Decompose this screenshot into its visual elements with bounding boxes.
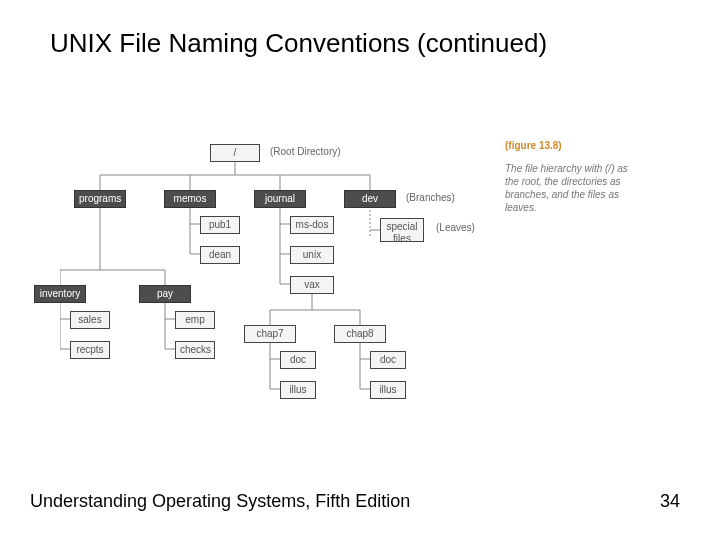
node-chap8-illus: illus [370, 381, 406, 399]
branches-label: (Branches) [406, 192, 455, 203]
figure-reference: (figure 13.8) [505, 140, 562, 151]
node-pub1: pub1 [200, 216, 240, 234]
node-special-files: special files [380, 218, 424, 242]
node-msdos: ms-dos [290, 216, 334, 234]
node-unix: unix [290, 246, 334, 264]
node-chap7-illus: illus [280, 381, 316, 399]
file-tree-diagram: / (Root Directory) programs memos journa… [60, 140, 660, 460]
leaves-label: (Leaves) [436, 222, 475, 233]
node-dev: dev [344, 190, 396, 208]
node-checks: checks [175, 341, 215, 359]
slide-title: UNIX File Naming Conventions (continued) [50, 28, 547, 59]
node-chap7: chap7 [244, 325, 296, 343]
node-journal: journal [254, 190, 306, 208]
node-pay: pay [139, 285, 191, 303]
node-programs: programs [74, 190, 126, 208]
node-chap8-doc: doc [370, 351, 406, 369]
node-chap7-doc: doc [280, 351, 316, 369]
figure-caption: The file hierarchy with (/) as the root,… [505, 162, 635, 214]
node-recpts: recpts [70, 341, 110, 359]
node-memos: memos [164, 190, 216, 208]
node-vax: vax [290, 276, 334, 294]
page-number: 34 [660, 491, 680, 512]
node-inventory: inventory [34, 285, 86, 303]
node-chap8: chap8 [334, 325, 386, 343]
node-dean: dean [200, 246, 240, 264]
root-directory-label: (Root Directory) [270, 146, 341, 157]
node-emp: emp [175, 311, 215, 329]
node-sales: sales [70, 311, 110, 329]
footer-text: Understanding Operating Systems, Fifth E… [30, 491, 410, 512]
node-root: / [210, 144, 260, 162]
